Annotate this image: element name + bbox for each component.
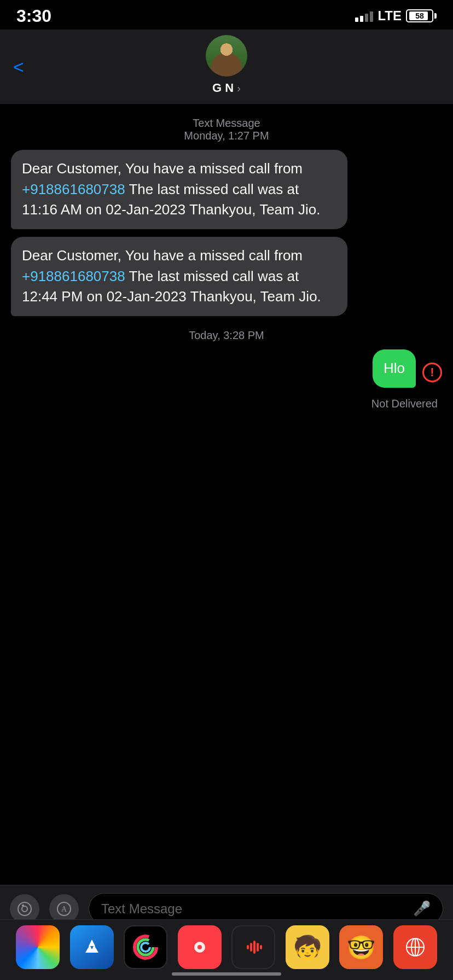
msg2-text-before: Dear Customer, You have a missed call fr… <box>22 247 303 264</box>
contact-name: G N <box>212 81 234 95</box>
status-time: 3:30 <box>16 6 51 26</box>
received-message-2: Dear Customer, You have a missed call fr… <box>11 237 347 316</box>
svg-rect-10 <box>247 945 249 949</box>
not-delivered-text: Not Delivered <box>371 398 438 410</box>
contact-name-row[interactable]: G N › <box>212 81 241 95</box>
battery-tip <box>434 13 437 19</box>
home-indicator <box>172 972 281 976</box>
messages-area: Text Message Monday, 1:27 PM Dear Custom… <box>0 117 453 410</box>
dock-memoji1-icon[interactable]: 🧒 <box>286 925 329 969</box>
dock-photos-icon[interactable] <box>16 925 60 969</box>
mic-icon: 🎤 <box>413 900 431 917</box>
svg-point-7 <box>141 943 150 952</box>
svg-point-1 <box>22 906 27 912</box>
svg-rect-14 <box>260 945 262 949</box>
msg1-text-before: Dear Customer, You have a missed call fr… <box>22 160 303 177</box>
chevron-right-icon: › <box>237 82 241 95</box>
svg-rect-2 <box>22 905 24 906</box>
msg2-phone-link[interactable]: +918861680738 <box>22 268 125 284</box>
svg-point-0 <box>18 902 31 915</box>
svg-point-9 <box>198 945 202 949</box>
dock-music-icon[interactable] <box>178 925 222 969</box>
first-timestamp-date: Monday, 1:27 PM <box>11 130 442 142</box>
status-bar: 3:30 LTE 58 <box>0 0 453 30</box>
contact-avatar[interactable] <box>206 35 247 77</box>
msg1-phone-link[interactable]: +918861680738 <box>22 181 125 197</box>
svg-rect-12 <box>253 941 255 954</box>
today-timestamp: Today, 3:28 PM <box>11 329 442 342</box>
not-delivered-row: Not Delivered <box>11 398 442 410</box>
text-message-placeholder: Text Message <box>101 901 182 917</box>
dock-voicememos-icon[interactable] <box>231 925 275 969</box>
dock-appstore-icon[interactable] <box>70 925 114 969</box>
battery-icon: 58 <box>406 9 433 22</box>
first-timestamp-label: Text Message <box>11 117 442 130</box>
svg-rect-11 <box>250 943 252 952</box>
svg-rect-13 <box>257 943 259 952</box>
battery-container: 58 <box>406 9 437 22</box>
dock-fitness-icon[interactable] <box>124 925 167 969</box>
sent-message-bubble: Hlo <box>373 349 416 388</box>
received-message-1: Dear Customer, You have a missed call fr… <box>11 150 347 229</box>
dock-browser-icon[interactable] <box>393 925 437 969</box>
error-icon[interactable]: ! <box>422 363 442 382</box>
status-right: LTE 58 <box>355 8 437 24</box>
dock-memoji2-icon[interactable]: 🤓 <box>339 925 383 969</box>
first-timestamp-header: Text Message Monday, 1:27 PM <box>11 117 442 142</box>
svg-text:A: A <box>61 905 67 913</box>
dock: 🧒 🤓 <box>0 919 453 980</box>
signal-bars-icon <box>355 10 373 22</box>
header: < G N › <box>0 30 453 104</box>
lte-label: LTE <box>378 8 402 24</box>
sent-message-text: Hlo <box>384 360 405 376</box>
sent-message-row: Hlo ! <box>11 349 442 395</box>
battery-text: 58 <box>407 11 432 20</box>
back-button[interactable]: < <box>13 56 24 78</box>
